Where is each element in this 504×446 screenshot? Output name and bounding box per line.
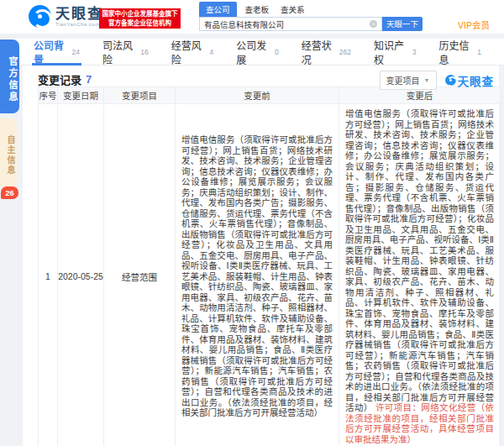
gov-badge-line2: 官方备案企业征信机构: [99, 18, 181, 28]
section-count: 7: [86, 73, 92, 86]
col-header-no: 序号: [39, 87, 58, 104]
clear-icon[interactable]: ×: [370, 20, 377, 28]
tab-intellectual-property[interactable]: 知识产权 3: [374, 39, 417, 66]
row1-before-scope: 增值电信服务（须取得许可或批准后方可经营）；网上销售百货；网络技术研发、技术咨询…: [176, 104, 339, 446]
top-header: 天眼查 TianYanCha.com 国家中小企业发展基金旗下 官方备案企业征信…: [0, 0, 504, 34]
row1-after-scope: 增值电信服务（须取得许可或批准后方可经营）；网上销售百货；网络技术研发、技术咨询…: [339, 104, 501, 446]
watermark-eye-icon: [445, 75, 456, 86]
row1-after-scope-text: 增值电信服务（须取得许可或批准后方可经营）；网上销售百货；网络技术研发、技术咨询…: [345, 108, 494, 412]
tab-company-development[interactable]: 公司发展 0: [236, 39, 279, 66]
search-input[interactable]: 有品信息科技有限公司 ×: [199, 17, 382, 31]
tab-judicial-risk[interactable]: 司法风险 16: [102, 39, 149, 66]
official-info-ribbon[interactable]: 官方信息: [0, 39, 19, 113]
tianyancha-watermark: 天眼查: [445, 72, 495, 89]
col-header-item: 变更项目: [104, 87, 176, 104]
tab-history-info[interactable]: 历史信息 1: [438, 39, 481, 66]
search-tab-company[interactable]: 查公司: [199, 2, 237, 17]
search-input-value: 有品信息科技有限公司: [204, 18, 284, 30]
tianyancha-eye-icon: [29, 5, 51, 28]
table-row: 1 2020-05-25 经营范围 增值电信服务（须取得许可或批准后方可经营）；…: [39, 104, 501, 446]
tianyancha-logo[interactable]: 天眼查 TianYanCha.com: [29, 5, 103, 28]
company-nav-tabs: 公司背景 24 司法风险 16 经营风险 4 公司发展 0 经营状况 262 知…: [0, 39, 504, 66]
row1-date: 2020-05-25: [58, 104, 104, 446]
search-tab-boss[interactable]: 查老板: [245, 2, 270, 17]
change-record-table: 序号 变更日期 变更项目 变更前 变更后 1 2020-05-25 经营范围 增…: [38, 87, 501, 446]
logo-brand-text: 天眼查: [55, 7, 103, 22]
row1-item: 经营范围: [104, 104, 176, 446]
tab-company-background[interactable]: 公司背景 24: [34, 39, 80, 66]
change-record-card: 变更记录 7 变更项目 ▼ 天眼查 序号 变更日期 变更项目 变更前 变更后: [23, 66, 499, 446]
self-info-count-badge: 26: [1, 186, 18, 199]
gov-certification-badge: 国家中小企业发展基金旗下 官方备案企业征信机构: [99, 8, 181, 29]
col-header-date: 变更日期: [58, 87, 104, 104]
col-header-before: 变更前: [176, 87, 339, 104]
search-area: 查公司 查老板 查关系 有品信息科技有限公司 × 天眼一下: [199, 5, 423, 31]
search-button[interactable]: 天眼一下: [382, 17, 423, 31]
chevron-down-icon: ▼: [424, 77, 430, 83]
gov-badge-line1: 国家中小企业发展基金旗下: [99, 9, 181, 18]
self-info-ribbon[interactable]: 自主信息: [0, 118, 17, 187]
vip-link[interactable]: VIP会员: [458, 18, 490, 31]
logo-domain-text: TianYanCha.com: [55, 22, 103, 27]
section-title: 变更记录: [38, 71, 81, 87]
tab-operation-status[interactable]: 经营状况 262: [302, 39, 351, 66]
search-tab-relation[interactable]: 查关系: [281, 2, 305, 17]
row1-no: 1: [39, 104, 58, 446]
change-item-filter-dropdown[interactable]: 变更项目 ▼: [380, 71, 437, 90]
tab-operation-risk[interactable]: 经营风险 4: [171, 39, 214, 66]
